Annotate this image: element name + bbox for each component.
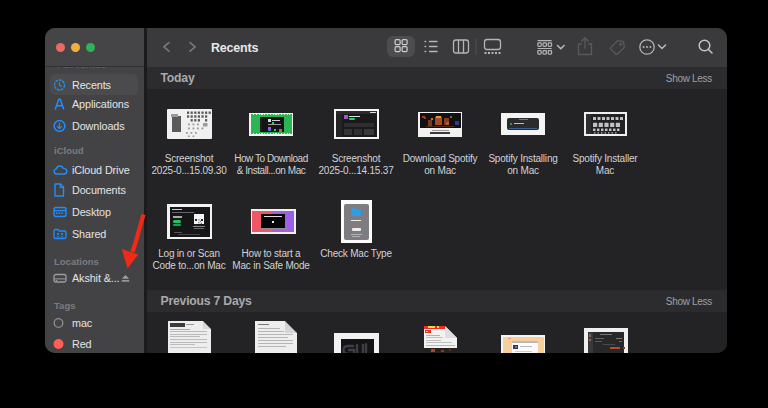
svg-text:Recents: Recents: [211, 41, 258, 55]
